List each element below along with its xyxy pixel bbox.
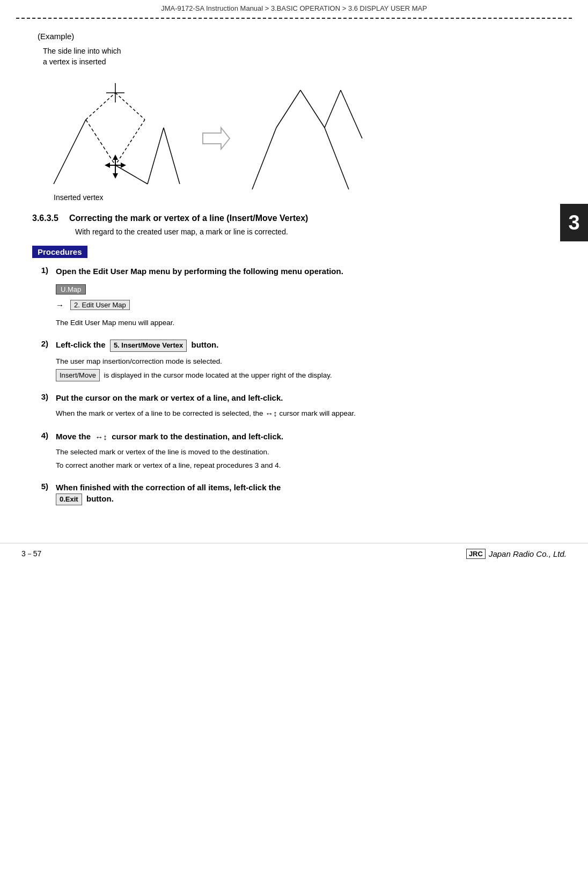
svg-line-18 <box>276 90 300 128</box>
svg-marker-12 <box>113 173 118 179</box>
svg-line-6 <box>115 93 145 120</box>
page-header: JMA-9172-SA Instruction Manual > 3.BASIC… <box>0 0 588 14</box>
procedures-badge: Procedures <box>32 246 87 258</box>
step-2-desc1: The user map insertion/correction mode i… <box>56 356 556 367</box>
section-title: Correcting the mark or vertex of a line … <box>69 213 308 223</box>
diagram-right-svg <box>247 85 370 192</box>
page-number: 3－57 <box>21 549 41 559</box>
side-line-text: The side line into which a vertex is ins… <box>43 46 556 67</box>
svg-line-2 <box>115 165 148 184</box>
insert-move-vertex-button[interactable]: 5. Insert/Move Vertex <box>110 340 187 351</box>
inserted-vertex-label: Inserted vertex <box>54 193 182 202</box>
svg-line-20 <box>325 128 349 189</box>
step-5: 5) When finished with the correction of … <box>32 482 556 505</box>
step-3: 3) Put the cursor on the mark or vertex … <box>32 392 556 420</box>
svg-marker-15 <box>121 163 126 168</box>
step-5-number: 5) <box>32 482 48 491</box>
cursor-icon-step3: ↔↕ <box>265 408 277 420</box>
step-5-text: When finished with the correction of all… <box>56 482 281 505</box>
chapter-tab: 3 <box>560 204 588 241</box>
svg-line-21 <box>325 90 341 128</box>
diagram-left-svg <box>38 77 182 189</box>
diagram-left: Inserted vertex <box>38 77 182 202</box>
cursor-icon-step4: ↔↕ <box>95 431 107 443</box>
svg-line-19 <box>300 90 325 128</box>
svg-line-22 <box>341 90 362 138</box>
diagram-right <box>247 85 370 194</box>
step-1-number: 1) <box>32 266 48 275</box>
svg-line-3 <box>148 128 164 184</box>
step-4-desc2: To correct another mark or vertex of a l… <box>56 460 556 471</box>
step-2: 2) Left-click the 5. Insert/Move Vertex … <box>32 339 556 381</box>
step-1-desc: The Edit User Map menu will appear. <box>56 318 556 328</box>
svg-line-1 <box>86 120 115 165</box>
jrc-label: JRC <box>466 549 486 559</box>
svg-marker-13 <box>113 154 118 160</box>
example-label: (Example) <box>38 32 556 41</box>
edit-user-map-button[interactable]: 2. Edit User Map <box>70 300 130 310</box>
step-3-text: Put the cursor on the mark or vertex of … <box>56 392 283 403</box>
svg-marker-16 <box>203 128 230 149</box>
exit-button[interactable]: 0.Exit <box>56 494 82 505</box>
svg-line-5 <box>86 93 115 120</box>
menu-arrow: → <box>56 300 64 310</box>
step-2-text: Left-click the 5. Insert/Move Vertex but… <box>56 339 218 351</box>
svg-line-17 <box>252 128 276 189</box>
step-1-menu-flow: U.Map → 2. Edit User Map <box>56 284 556 310</box>
section-intro: With regard to the created user map, a m… <box>75 227 556 236</box>
step-1: 1) Open the Edit User Map menu by perfor… <box>32 266 556 328</box>
header-text: JMA-9172-SA Instruction Manual > 3.BASIC… <box>161 4 427 12</box>
umap-button[interactable]: U.Map <box>56 284 86 294</box>
diagram-arrow <box>199 125 231 153</box>
footer-logo: JRC Japan Radio Co., Ltd. <box>466 549 567 559</box>
step-4-number: 4) <box>32 431 48 440</box>
svg-marker-14 <box>105 163 110 168</box>
step-3-desc: When the mark or vertex of a line to be … <box>56 408 556 420</box>
step-2-desc2: Insert/Move is displayed in the cursor m… <box>56 369 556 382</box>
main-content: (Example) The side line into which a ver… <box>0 19 588 527</box>
step-1-text: Open the Edit User Map menu by performin… <box>56 266 343 277</box>
step-2-number: 2) <box>32 339 48 348</box>
company-name: Japan Radio Co., Ltd. <box>489 549 567 558</box>
insert-move-inline-button[interactable]: Insert/Move <box>56 369 100 382</box>
step-3-number: 3) <box>32 392 48 401</box>
section-heading: 3.6.3.5 Correcting the mark or vertex of… <box>32 213 556 223</box>
step-4: 4) Move the ↔↕ cursor mark to the destin… <box>32 431 556 471</box>
svg-line-0 <box>54 120 86 184</box>
step-4-text: Move the ↔↕ cursor mark to the destinati… <box>56 431 283 443</box>
svg-line-7 <box>115 120 145 165</box>
step-4-desc1: The selected mark or vertex of the line … <box>56 447 556 458</box>
svg-line-4 <box>164 128 180 184</box>
diagram-container: Inserted vertex <box>38 77 550 202</box>
page-footer: 3－57 JRC Japan Radio Co., Ltd. <box>0 543 588 564</box>
section-number: 3.6.3.5 <box>32 213 58 223</box>
